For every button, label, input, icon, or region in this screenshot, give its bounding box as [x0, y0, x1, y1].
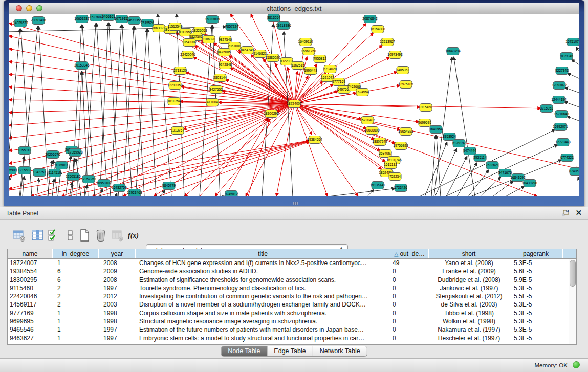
- table-scrollbar-thumb[interactable]: [570, 260, 576, 287]
- graph-node[interactable]: 1855013: [18, 147, 31, 155]
- graph-node[interactable]: 7632621: [486, 162, 499, 169]
- graph-node[interactable]: 1913757: [171, 127, 184, 135]
- network-view-window[interactable]: citations_edges.txt 18724007886012389129…: [4, 0, 584, 206]
- graph-edge[interactable]: [116, 193, 117, 196]
- graph-edge[interactable]: [136, 29, 147, 196]
- graph-node[interactable]: 19218986: [276, 22, 291, 30]
- graph-node[interactable]: 14671355: [126, 17, 142, 25]
- graph-edge[interactable]: [578, 177, 579, 179]
- graph-edge[interactable]: [67, 141, 309, 196]
- close-panel-icon[interactable]: ✕: [575, 208, 582, 217]
- graph-node[interactable]: 8186328: [202, 36, 215, 43]
- column-header-title[interactable]: title: [136, 249, 390, 258]
- graph-node[interactable]: 3215953: [540, 105, 553, 113]
- graph-node[interactable]: 7485063: [396, 67, 409, 74]
- graph-node[interactable]: 8740512: [569, 168, 579, 176]
- graph-edge[interactable]: [9, 61, 294, 104]
- column-header-year[interactable]: year: [99, 249, 136, 258]
- column-header-in-degree[interactable]: in_degree: [53, 249, 99, 258]
- splitter-grip[interactable]: [293, 202, 298, 205]
- graph-node[interactable]: 15885020: [265, 54, 280, 62]
- graph-node[interactable]: 6179197: [452, 140, 466, 147]
- table-mode-icon[interactable]: [12, 229, 26, 242]
- graph-edge[interactable]: [446, 156, 467, 196]
- float-panel-icon[interactable]: [562, 210, 569, 216]
- graph-edge[interactable]: [9, 36, 294, 104]
- graph-node[interactable]: 9146821: [253, 50, 267, 58]
- memory-ok-icon[interactable]: [573, 361, 580, 368]
- graph-edge[interactable]: [480, 177, 501, 196]
- graph-node[interactable]: 16409110: [298, 38, 313, 46]
- column-header-out-degree[interactable]: △out_de…: [390, 249, 429, 258]
- graph-node[interactable]: 9245012: [225, 191, 238, 196]
- graph-node[interactable]: 9115460: [419, 104, 432, 112]
- table-row[interactable]: 2242004622012Investigating the contribut…: [8, 292, 569, 300]
- graph-node[interactable]: 12923468: [127, 189, 142, 196]
- graph-edge[interactable]: [437, 135, 441, 196]
- graph-node[interactable]: 8454749: [241, 47, 254, 54]
- graph-node[interactable]: 17957253: [81, 176, 96, 183]
- graph-node[interactable]: 6794028: [323, 65, 337, 73]
- graph-node[interactable]: 12505185: [66, 173, 81, 181]
- graph-edge[interactable]: [329, 188, 395, 196]
- graph-edge[interactable]: [294, 104, 537, 196]
- graph-node[interactable]: 9845779: [162, 182, 176, 190]
- graph-node[interactable]: 18724007: [287, 100, 302, 108]
- graph-node[interactable]: 8427552: [209, 86, 223, 94]
- graph-node[interactable]: 9129946: [560, 53, 573, 60]
- column-header-name[interactable]: name: [8, 249, 53, 258]
- graph-node[interactable]: 9315909: [9, 167, 17, 174]
- table-row[interactable]: 946362711997Embryonic stem cells: a mode…: [8, 334, 569, 342]
- graph-node[interactable]: 19654923: [398, 128, 413, 136]
- graph-node[interactable]: 1615132: [384, 161, 397, 169]
- graph-edge[interactable]: [567, 73, 579, 78]
- table-row[interactable]: 1830029562008Estimation of significance …: [8, 276, 569, 284]
- graph-edge[interactable]: [9, 23, 294, 104]
- tab-edge-table[interactable]: Edge Table: [267, 346, 313, 356]
- network-canvas[interactable]: 1872400788601238912955182260589827503818…: [9, 14, 579, 196]
- graph-node[interactable]: 7955812: [313, 55, 326, 63]
- function-builder-icon[interactable]: f(x): [127, 229, 140, 242]
- graph-node[interactable]: 9699695: [418, 119, 431, 127]
- graph-node[interactable]: 9975887: [55, 162, 68, 169]
- graph-edge[interactable]: [564, 102, 579, 107]
- graph-edge[interactable]: [284, 31, 293, 196]
- graph-node[interactable]: 1114519: [49, 169, 61, 177]
- graph-node[interactable]: 752254: [389, 173, 401, 181]
- table-row[interactable]: 969969511998Structural magnetic resonanc…: [8, 317, 569, 325]
- graph-node[interactable]: 18807249: [372, 138, 387, 146]
- graph-node[interactable]: 1215682: [18, 167, 31, 174]
- graph-edge[interactable]: [564, 87, 579, 93]
- tab-node-table[interactable]: Node Table: [221, 346, 267, 356]
- graph-edge[interactable]: [148, 29, 156, 196]
- graph-node[interactable]: 15751074: [565, 38, 579, 46]
- table-row[interactable]: 977716911998Corpus callosum shape and si…: [8, 309, 569, 317]
- graph-edge[interactable]: [294, 104, 367, 128]
- graph-node[interactable]: 10653287: [74, 15, 90, 23]
- table-body[interactable]: 1872400712008Changes of HCN gene express…: [8, 259, 569, 344]
- graph-edge[interactable]: [294, 104, 541, 108]
- graph-node[interactable]: 10543382: [182, 39, 197, 47]
- graph-node[interactable]: 10688609: [364, 127, 380, 135]
- select-columns-icon[interactable]: [47, 229, 60, 242]
- window-titlebar[interactable]: citations_edges.txt: [9, 3, 579, 14]
- graph-edge[interactable]: [135, 26, 144, 196]
- graph-node[interactable]: 16958107: [96, 180, 112, 187]
- graph-node[interactable]: 12975185: [398, 81, 413, 89]
- graph-node[interactable]: 16210643: [554, 111, 569, 118]
- graph-node[interactable]: 14035573: [13, 19, 28, 27]
- graph-edge[interactable]: [100, 189, 102, 196]
- column-header-short[interactable]: short: [429, 249, 509, 258]
- graph-node[interactable]: 20153346: [74, 62, 90, 70]
- graph-edge[interactable]: [52, 179, 54, 196]
- graph-edge[interactable]: [367, 189, 374, 196]
- show-column-icon[interactable]: [31, 229, 44, 242]
- graph-node[interactable]: 7857224: [225, 23, 238, 31]
- graph-node[interactable]: 1733426: [394, 184, 407, 192]
- graph-node[interactable]: 15136141: [370, 182, 385, 189]
- graph-node[interactable]: 417004: [206, 99, 219, 106]
- graph-node[interactable]: 11512549: [168, 23, 183, 31]
- table-scrollbar[interactable]: [569, 259, 576, 344]
- graph-node[interactable]: 6466161: [102, 14, 115, 21]
- graph-node[interactable]: 2718120: [173, 67, 187, 75]
